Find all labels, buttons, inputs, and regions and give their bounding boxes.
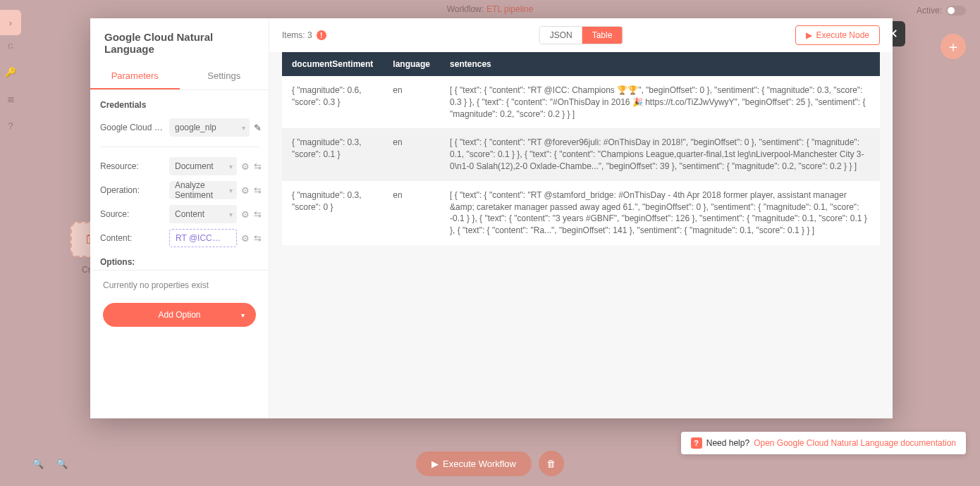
table-row: { "magnitude": 0.3, "score": 0 } en [ { … xyxy=(282,181,880,245)
modal-content: Items: 3 ! JSON Table ▶ Execute Node doc… xyxy=(269,18,893,418)
param-label: Source: xyxy=(100,209,165,219)
shuffle-icon[interactable]: ⇆ xyxy=(254,209,262,220)
modal-sidebar: Google Cloud Natural Language Parameters… xyxy=(90,18,269,418)
table-row: { "magnitude": 0.3, "score": 0.1 } en [ … xyxy=(282,128,880,180)
execute-workflow-button[interactable]: ▶ Execute Workflow xyxy=(416,451,532,476)
cell-language: en xyxy=(383,181,440,245)
chevron-down-icon: ▾ xyxy=(229,187,233,194)
execute-workflow-label: Execute Workflow xyxy=(443,459,516,469)
canvas-node-label: Cr xyxy=(82,265,91,275)
credential-value: google_nlp xyxy=(175,123,216,132)
active-toggle[interactable] xyxy=(946,6,966,15)
table-row: { "magnitude": 0.6, "score": 0.3 } en [ … xyxy=(282,76,880,128)
content-expression[interactable]: RT @ICC: Champion... xyxy=(169,229,237,247)
cell-language: en xyxy=(383,76,440,128)
param-label: Resource: xyxy=(100,161,165,171)
credential-label: Google Cloud Natur... xyxy=(100,123,165,132)
zoom-controls: 🔍 🔍 xyxy=(32,459,68,469)
credentials-icon[interactable]: 🔑 xyxy=(1,62,20,82)
edit-credential-icon[interactable]: ✎ xyxy=(254,123,262,133)
executions-icon[interactable]: ≣ xyxy=(1,89,20,108)
node-title: Google Cloud Natural Language xyxy=(90,18,269,63)
play-icon: ▶ xyxy=(806,30,812,40)
active-label: Active: xyxy=(917,6,942,15)
items-count: Items: 3 xyxy=(282,30,312,40)
cell-sentiment: { "magnitude": 0.3, "score": 0.1 } xyxy=(282,128,383,180)
tab-parameters[interactable]: Parameters xyxy=(90,63,180,89)
cell-language: en xyxy=(383,128,440,180)
col-documentsentiment: documentSentiment xyxy=(282,52,383,76)
question-icon: ? xyxy=(691,437,702,449)
credential-row: Google Cloud Natur... google_nlp ▾ ✎ xyxy=(90,116,269,139)
credential-select[interactable]: google_nlp ▾ xyxy=(169,118,250,137)
param-resource: Resource: Document ▾ ⚙⇆ xyxy=(90,154,269,178)
view-toggle: JSON Table xyxy=(539,26,623,44)
chevron-down-icon: ▾ xyxy=(229,211,233,218)
workflow-label: Workflow: xyxy=(447,4,484,14)
tabs: Parameters Settings xyxy=(90,63,269,90)
param-content: Content: RT @ICC: Champion... ⚙⇆ xyxy=(90,226,269,250)
play-icon: ▶ xyxy=(431,459,439,469)
help-icon[interactable]: ? xyxy=(1,116,20,135)
view-json-button[interactable]: JSON xyxy=(540,27,582,44)
help-prefix: Need help? xyxy=(706,438,749,448)
help-box: ? Need help? Open Google Cloud Natural L… xyxy=(681,432,966,454)
workflow-name[interactable]: ETL pipeline xyxy=(486,4,533,14)
gear-icon[interactable]: ⚙ xyxy=(241,209,250,220)
add-option-button[interactable]: Add Option ▾ xyxy=(103,303,256,327)
execute-node-label: Execute Node xyxy=(816,30,869,40)
chevron-down-icon: ▾ xyxy=(241,311,245,319)
cell-sentences: [ { "text": { "content": "RT @ICC: Champ… xyxy=(440,76,880,128)
cell-sentiment: { "magnitude": 0.3, "score": 0 } xyxy=(282,181,383,245)
help-link[interactable]: Open Google Cloud Natural Language docum… xyxy=(754,438,956,448)
execute-node-button[interactable]: ▶ Execute Node xyxy=(795,25,880,45)
shuffle-icon[interactable]: ⇆ xyxy=(254,233,262,244)
cell-sentiment: { "magnitude": 0.6, "score": 0.3 } xyxy=(282,76,383,128)
shuffle-icon[interactable]: ⇆ xyxy=(254,161,262,172)
param-operation: Operation: Analyze Sentiment ▾ ⚙⇆ xyxy=(90,178,269,202)
content-head: Items: 3 ! JSON Table ▶ Execute Node xyxy=(269,18,893,52)
bottom-bar: ▶ Execute Workflow 🗑 xyxy=(416,451,564,476)
info-icon[interactable]: ! xyxy=(317,30,326,40)
param-source: Source: Content ▾ ⚙⇆ xyxy=(90,202,269,226)
zoom-in-icon[interactable]: 🔍 xyxy=(32,459,44,469)
node-modal: ✕ Google Cloud Natural Language Paramete… xyxy=(90,18,893,418)
cell-sentences: [ { "text": { "content": "RT @stamford_b… xyxy=(440,181,880,245)
chevron-down-icon: ▾ xyxy=(229,163,233,170)
workflows-icon[interactable]: ⎌ xyxy=(1,35,20,55)
zoom-out-icon[interactable]: 🔍 xyxy=(56,459,68,469)
left-rail: › ⎌ 🔑 ≣ ? xyxy=(0,0,21,486)
param-value: Document xyxy=(175,161,214,171)
gear-icon[interactable]: ⚙ xyxy=(241,161,250,172)
col-sentences: sentences xyxy=(440,52,880,76)
source-select[interactable]: Content ▾ xyxy=(169,205,237,223)
chevron-down-icon: ▾ xyxy=(242,124,245,132)
operation-select[interactable]: Analyze Sentiment ▾ xyxy=(169,181,237,199)
param-value: RT @ICC: Champion... xyxy=(176,233,221,243)
divider xyxy=(100,147,259,147)
param-value: Analyze Sentiment xyxy=(175,180,221,200)
param-label: Content: xyxy=(100,233,165,243)
gear-icon[interactable]: ⚙ xyxy=(241,233,250,244)
param-label: Operation: xyxy=(100,185,165,195)
active-toggle-group: Active: xyxy=(917,6,966,15)
options-header: Options: xyxy=(90,250,269,270)
no-properties-text: Currently no properties exist xyxy=(90,275,269,296)
table-header-row: documentSentiment language sentences xyxy=(282,52,880,76)
view-table-button[interactable]: Table xyxy=(582,27,623,44)
shuffle-icon[interactable]: ⇆ xyxy=(254,185,262,196)
col-language: language xyxy=(383,52,440,76)
delete-workflow-button[interactable]: 🗑 xyxy=(539,451,564,476)
add-option-label: Add Option xyxy=(158,310,200,320)
add-node-button[interactable]: ＋ xyxy=(941,34,966,59)
credentials-header: Credentials xyxy=(90,90,269,116)
cell-sentences: [ { "text": { "content": "RT @forever96j… xyxy=(440,128,880,180)
gear-icon[interactable]: ⚙ xyxy=(241,185,250,196)
results-table-wrap: documentSentiment language sentences { "… xyxy=(269,52,893,418)
resource-select[interactable]: Document ▾ xyxy=(169,157,237,175)
tab-settings[interactable]: Settings xyxy=(180,63,269,89)
results-table: documentSentiment language sentences { "… xyxy=(282,52,880,245)
topbar: Workflow: ETL pipeline xyxy=(0,0,980,18)
param-value: Content xyxy=(175,209,204,219)
